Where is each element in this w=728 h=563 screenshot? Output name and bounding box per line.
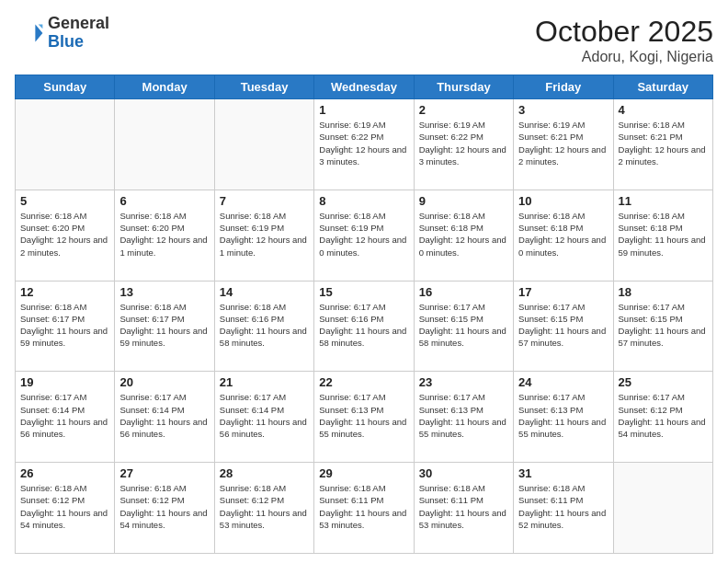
day-info: Sunrise: 6:17 AM Sunset: 6:13 PM Dayligh…: [419, 391, 508, 440]
day-info: Sunrise: 6:18 AM Sunset: 6:19 PM Dayligh…: [319, 210, 408, 259]
calendar-cell: 22Sunrise: 6:17 AM Sunset: 6:13 PM Dayli…: [314, 372, 414, 463]
logo-icon: [15, 18, 44, 48]
day-info: Sunrise: 6:17 AM Sunset: 6:13 PM Dayligh…: [518, 391, 608, 440]
day-info: Sunrise: 6:17 AM Sunset: 6:14 PM Dayligh…: [20, 391, 109, 440]
day-number: 2: [419, 103, 508, 117]
day-number: 1: [319, 103, 408, 117]
calendar-header-friday: Friday: [514, 75, 613, 99]
day-info: Sunrise: 6:18 AM Sunset: 6:11 PM Dayligh…: [518, 482, 608, 531]
day-info: Sunrise: 6:18 AM Sunset: 6:18 PM Dayligh…: [419, 210, 508, 259]
day-number: 22: [319, 375, 408, 389]
day-info: Sunrise: 6:18 AM Sunset: 6:18 PM Dayligh…: [518, 210, 608, 259]
day-number: 27: [119, 466, 209, 480]
day-info: Sunrise: 6:18 AM Sunset: 6:17 PM Dayligh…: [119, 301, 209, 350]
calendar-cell: 27Sunrise: 6:18 AM Sunset: 6:12 PM Dayli…: [115, 463, 214, 554]
calendar-cell: 14Sunrise: 6:18 AM Sunset: 6:16 PM Dayli…: [214, 281, 313, 372]
day-info: Sunrise: 6:18 AM Sunset: 6:17 PM Dayligh…: [20, 301, 109, 350]
week-row-3: 12Sunrise: 6:18 AM Sunset: 6:17 PM Dayli…: [16, 281, 713, 372]
title-block: October 2025 Adoru, Kogi, Nigeria: [535, 15, 713, 65]
day-number: 9: [419, 194, 508, 208]
calendar-cell: 16Sunrise: 6:17 AM Sunset: 6:15 PM Dayli…: [414, 281, 513, 372]
day-number: 20: [119, 375, 209, 389]
calendar-cell: 11Sunrise: 6:18 AM Sunset: 6:18 PM Dayli…: [613, 190, 712, 281]
day-number: 26: [20, 466, 109, 480]
day-info: Sunrise: 6:17 AM Sunset: 6:14 PM Dayligh…: [220, 391, 309, 440]
day-info: Sunrise: 6:18 AM Sunset: 6:12 PM Dayligh…: [20, 482, 109, 531]
day-number: 3: [518, 103, 608, 117]
calendar-cell: 28Sunrise: 6:18 AM Sunset: 6:12 PM Dayli…: [214, 463, 313, 554]
week-row-5: 26Sunrise: 6:18 AM Sunset: 6:12 PM Dayli…: [16, 463, 713, 554]
day-number: 6: [119, 194, 209, 208]
day-info: Sunrise: 6:17 AM Sunset: 6:15 PM Dayligh…: [619, 301, 708, 350]
day-number: 21: [220, 375, 309, 389]
calendar-cell: 4Sunrise: 6:18 AM Sunset: 6:21 PM Daylig…: [613, 99, 712, 190]
day-info: Sunrise: 6:19 AM Sunset: 6:22 PM Dayligh…: [419, 119, 508, 167]
month-title: October 2025: [535, 15, 713, 49]
day-number: 23: [419, 375, 508, 389]
day-number: 13: [119, 285, 209, 299]
day-number: 29: [319, 466, 408, 480]
calendar-cell: 15Sunrise: 6:17 AM Sunset: 6:16 PM Dayli…: [314, 281, 414, 372]
day-info: Sunrise: 6:18 AM Sunset: 6:20 PM Dayligh…: [20, 210, 109, 259]
calendar-cell: 6Sunrise: 6:18 AM Sunset: 6:20 PM Daylig…: [115, 190, 214, 281]
day-number: 11: [619, 194, 708, 208]
logo-blue: Blue: [48, 32, 84, 51]
day-info: Sunrise: 6:17 AM Sunset: 6:16 PM Dayligh…: [319, 301, 408, 350]
day-info: Sunrise: 6:18 AM Sunset: 6:21 PM Dayligh…: [619, 119, 708, 167]
day-info: Sunrise: 6:17 AM Sunset: 6:14 PM Dayligh…: [119, 391, 209, 440]
calendar-cell: 17Sunrise: 6:17 AM Sunset: 6:15 PM Dayli…: [514, 281, 613, 372]
day-number: 15: [319, 285, 408, 299]
calendar-cell: 31Sunrise: 6:18 AM Sunset: 6:11 PM Dayli…: [514, 463, 613, 554]
calendar-header-row: SundayMondayTuesdayWednesdayThursdayFrid…: [16, 75, 713, 99]
calendar-cell: [214, 99, 313, 190]
calendar-cell: [613, 463, 712, 554]
day-number: 19: [20, 375, 109, 389]
day-info: Sunrise: 6:19 AM Sunset: 6:21 PM Dayligh…: [518, 119, 608, 167]
calendar-cell: 9Sunrise: 6:18 AM Sunset: 6:18 PM Daylig…: [414, 190, 513, 281]
week-row-2: 5Sunrise: 6:18 AM Sunset: 6:20 PM Daylig…: [16, 190, 713, 281]
day-info: Sunrise: 6:19 AM Sunset: 6:22 PM Dayligh…: [319, 119, 408, 167]
day-number: 28: [220, 466, 309, 480]
calendar-cell: 8Sunrise: 6:18 AM Sunset: 6:19 PM Daylig…: [314, 190, 414, 281]
day-info: Sunrise: 6:18 AM Sunset: 6:20 PM Dayligh…: [119, 210, 209, 259]
day-info: Sunrise: 6:18 AM Sunset: 6:18 PM Dayligh…: [619, 210, 708, 259]
week-row-4: 19Sunrise: 6:17 AM Sunset: 6:14 PM Dayli…: [16, 372, 713, 463]
day-number: 16: [419, 285, 508, 299]
day-number: 25: [619, 375, 708, 389]
day-number: 18: [619, 285, 708, 299]
calendar-cell: 23Sunrise: 6:17 AM Sunset: 6:13 PM Dayli…: [414, 372, 513, 463]
logo-general: General: [48, 14, 109, 32]
day-number: 24: [518, 375, 608, 389]
day-number: 7: [220, 194, 309, 208]
day-number: 30: [419, 466, 508, 480]
calendar-cell: 29Sunrise: 6:18 AM Sunset: 6:11 PM Dayli…: [314, 463, 414, 554]
calendar-cell: 26Sunrise: 6:18 AM Sunset: 6:12 PM Dayli…: [16, 463, 115, 554]
calendar-header-tuesday: Tuesday: [214, 75, 313, 99]
day-number: 4: [619, 103, 708, 117]
day-info: Sunrise: 6:17 AM Sunset: 6:15 PM Dayligh…: [518, 301, 608, 350]
calendar-cell: 10Sunrise: 6:18 AM Sunset: 6:18 PM Dayli…: [514, 190, 613, 281]
day-number: 31: [518, 466, 608, 480]
calendar-cell: 20Sunrise: 6:17 AM Sunset: 6:14 PM Dayli…: [115, 372, 214, 463]
calendar-cell: 18Sunrise: 6:17 AM Sunset: 6:15 PM Dayli…: [613, 281, 712, 372]
svg-marker-1: [39, 24, 43, 29]
calendar-header-monday: Monday: [115, 75, 214, 99]
day-number: 14: [220, 285, 309, 299]
day-info: Sunrise: 6:17 AM Sunset: 6:15 PM Dayligh…: [419, 301, 508, 350]
calendar-cell: 12Sunrise: 6:18 AM Sunset: 6:17 PM Dayli…: [16, 281, 115, 372]
logo-text: General Blue: [48, 15, 109, 52]
calendar-cell: 19Sunrise: 6:17 AM Sunset: 6:14 PM Dayli…: [16, 372, 115, 463]
location-title: Adoru, Kogi, Nigeria: [535, 49, 713, 65]
day-info: Sunrise: 6:18 AM Sunset: 6:11 PM Dayligh…: [419, 482, 508, 531]
calendar-cell: 3Sunrise: 6:19 AM Sunset: 6:21 PM Daylig…: [514, 99, 613, 190]
calendar-cell: 5Sunrise: 6:18 AM Sunset: 6:20 PM Daylig…: [16, 190, 115, 281]
calendar-cell: 7Sunrise: 6:18 AM Sunset: 6:19 PM Daylig…: [214, 190, 313, 281]
calendar-header-saturday: Saturday: [613, 75, 712, 99]
calendar-cell: 25Sunrise: 6:17 AM Sunset: 6:12 PM Dayli…: [613, 372, 712, 463]
calendar-cell: 30Sunrise: 6:18 AM Sunset: 6:11 PM Dayli…: [414, 463, 513, 554]
day-number: 5: [20, 194, 109, 208]
day-info: Sunrise: 6:18 AM Sunset: 6:12 PM Dayligh…: [119, 482, 209, 531]
calendar-header-thursday: Thursday: [414, 75, 513, 99]
calendar-cell: [115, 99, 214, 190]
calendar-cell: 21Sunrise: 6:17 AM Sunset: 6:14 PM Dayli…: [214, 372, 313, 463]
